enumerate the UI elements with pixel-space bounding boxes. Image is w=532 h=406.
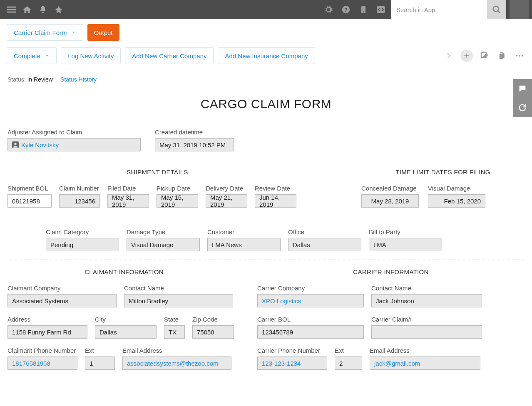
carrier-phone-label: Carrier Phone Number [257, 347, 327, 354]
home-icon[interactable] [21, 3, 33, 16]
add-insurance-button[interactable]: Add New Insurance Company [218, 47, 315, 64]
code-icon[interactable] [374, 2, 388, 17]
claim-category-value[interactable]: Pending [46, 238, 119, 251]
carrier-claim-value[interactable] [371, 325, 482, 339]
customer-value[interactable]: LMA News [207, 238, 281, 251]
gear-icon[interactable] [321, 2, 336, 17]
search-button[interactable] [487, 0, 506, 19]
created-field: Created datetime May 31, 2019 10:52 PM [155, 129, 234, 151]
add-carrier-button[interactable]: Add New Carrier Company [125, 47, 214, 64]
bell-icon[interactable] [37, 3, 49, 16]
claimant-company-value[interactable]: Associated Systems [7, 294, 117, 307]
complete-dropdown[interactable]: Complete [7, 47, 57, 64]
claimant-contact-label: Contact Name [124, 285, 233, 292]
carrier-phone-value[interactable]: 123-123-1234 [257, 356, 327, 370]
svg-point-13 [519, 55, 520, 57]
claimant-phone-value[interactable]: 18176581958 [7, 356, 77, 370]
bill-to-value[interactable]: LMA [369, 238, 442, 251]
adjuster-label: Adjuster Assigned to Claim [7, 129, 141, 136]
chevron-down-icon [45, 53, 50, 58]
topbar-right: ? [321, 0, 529, 19]
actionbar: Complete Log New Activity Add New Carrie… [0, 45, 532, 70]
svg-text:?: ? [344, 7, 348, 13]
more-icon[interactable] [514, 50, 525, 62]
edit-icon[interactable] [479, 50, 490, 62]
next-arrow-icon[interactable] [443, 50, 455, 62]
status-history-link[interactable]: Status History [60, 76, 97, 83]
right-edge-panel [510, 0, 529, 19]
adjuster-value: Kyle Novitsky [21, 141, 59, 149]
claimant-city-value[interactable]: Dallas [95, 325, 157, 339]
log-activity-button[interactable]: Log New Activity [61, 47, 121, 64]
add-insurance-label: Add New Insurance Company [225, 52, 308, 59]
svg-line-9 [498, 11, 500, 13]
claimant-zip-value[interactable]: 75050 [192, 325, 234, 339]
claimant-carrier-row: CLAIMANT INFORMATION Claimant Company As… [7, 268, 525, 378]
claimant-address-label: Address [7, 316, 87, 323]
filed-date-value: May 31, 2019 [107, 194, 149, 208]
chevron-down-icon [71, 30, 76, 35]
svg-point-8 [493, 6, 499, 12]
shipment-title: SHIPMENT DETAILS [7, 168, 307, 176]
star-icon[interactable] [52, 3, 65, 16]
carrier-contact-value[interactable]: Jack Johnson [371, 294, 482, 307]
content: Status: In Review Status History CARGO C… [0, 70, 532, 395]
office-label: Office [288, 228, 361, 235]
carrier-ext-value[interactable]: 2 [335, 356, 362, 370]
svg-point-14 [522, 55, 523, 57]
category-row: Claim Category Pending Damage Type Visua… [7, 228, 525, 254]
hamburger-menu-icon[interactable] [5, 3, 17, 16]
carrier-section: CARRIER INFORMATION Carrier Company XPO … [257, 268, 525, 378]
delivery-date-value: May 21, 2019 [206, 194, 247, 208]
claimant-email-label: Email Address [122, 347, 231, 354]
subbar: Carrier Claim Form Output [0, 19, 532, 45]
claimant-address-value[interactable]: 1158 Funny Farm Rd [7, 325, 87, 339]
filing-limits-section: TIME LIMIT DATES FOR FILING Concealed Da… [324, 168, 525, 216]
customer-label: Customer [207, 228, 281, 235]
claimant-zip-label: Zip Code [192, 316, 234, 323]
svg-point-12 [516, 55, 518, 57]
claimant-email-value[interactable]: associatedsystems@thezoo.com [122, 356, 231, 370]
claimant-state-label: State [164, 316, 185, 323]
shipment-section: SHIPMENT DETAILS Shipment BOL 08121958 C… [7, 168, 307, 216]
help-icon[interactable]: ? [339, 2, 353, 17]
created-label: Created datetime [155, 129, 234, 136]
damage-type-value[interactable]: Visual Damage [127, 238, 200, 251]
carrier-email-value[interactable]: jack@gmail.com [370, 356, 480, 370]
topbar-left [0, 3, 65, 16]
status-label: Status: In Review [7, 76, 53, 83]
mobile-icon[interactable] [356, 2, 370, 17]
claimant-state-value[interactable]: TX [164, 325, 185, 339]
form-selector-label: Carrier Claim Form [14, 29, 67, 36]
add-carrier-label: Add New Carrier Company [132, 52, 206, 59]
concealed-value: May 28, 2019 [361, 194, 419, 208]
copy-icon[interactable] [496, 50, 508, 62]
carrier-ext-label: Ext [335, 347, 362, 354]
carrier-bol-value[interactable]: 123456789 [257, 325, 364, 339]
filed-date-label: Filed Date [107, 185, 149, 192]
search-input[interactable] [391, 0, 487, 19]
carrier-bol-label: Carrier BOL [257, 316, 364, 323]
svg-point-16 [14, 143, 16, 145]
concealed-label: Concealed Damage [361, 185, 419, 192]
log-activity-label: Log New Activity [68, 52, 114, 59]
damage-type-label: Damage Type [127, 228, 200, 235]
header-fields-row: Adjuster Assigned to Claim Kyle Novitsky… [7, 129, 525, 154]
shipment-bol-label: Shipment BOL [7, 185, 52, 192]
carrier-title: CARRIER INFORMATION [257, 268, 525, 275]
claimant-ext-value[interactable]: 1 [85, 356, 115, 370]
search-container [391, 0, 506, 19]
adjuster-value-box[interactable]: Kyle Novitsky [7, 138, 141, 151]
status-row: Status: In Review Status History [7, 76, 525, 83]
carrier-company-value[interactable]: XPO Logistics [257, 294, 364, 307]
claimant-phone-label: Claimant Phone Number [7, 347, 77, 354]
svg-rect-0 [7, 7, 16, 8]
office-value[interactable]: Dallas [288, 238, 361, 251]
output-button[interactable]: Output [87, 24, 119, 41]
shipment-bol-value[interactable]: 08121958 [7, 194, 52, 208]
claimant-city-label: City [95, 316, 157, 323]
add-icon[interactable] [460, 50, 473, 62]
bill-to-label: Bill to Party [369, 228, 442, 235]
claimant-contact-value[interactable]: Milton Bradley [124, 294, 233, 307]
form-selector-dropdown[interactable]: Carrier Claim Form [7, 24, 83, 41]
